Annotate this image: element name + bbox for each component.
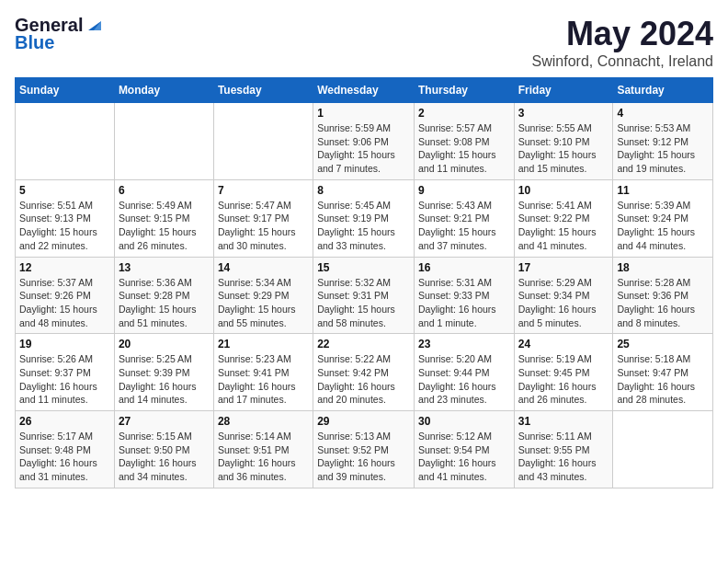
day-detail: Sunrise: 5:34 AM Sunset: 9:29 PM Dayligh… [218, 276, 309, 330]
calendar-cell: 11Sunrise: 5:39 AM Sunset: 9:24 PM Dayli… [613, 179, 713, 257]
calendar-cell: 2Sunrise: 5:57 AM Sunset: 9:08 PM Daylig… [414, 103, 514, 180]
day-number: 21 [218, 338, 309, 350]
calendar-cell: 9Sunrise: 5:43 AM Sunset: 9:21 PM Daylig… [414, 179, 514, 257]
calendar-cell [16, 103, 115, 180]
day-number: 23 [418, 338, 510, 350]
day-number: 7 [218, 184, 309, 197]
weekday-header-monday: Monday [114, 78, 213, 103]
calendar-cell: 16Sunrise: 5:31 AM Sunset: 9:33 PM Dayli… [414, 257, 514, 334]
day-detail: Sunrise: 5:17 AM Sunset: 9:48 PM Dayligh… [19, 430, 110, 484]
day-detail: Sunrise: 5:23 AM Sunset: 9:41 PM Dayligh… [218, 352, 309, 407]
day-detail: Sunrise: 5:59 AM Sunset: 9:06 PM Dayligh… [317, 121, 410, 176]
day-detail: Sunrise: 5:18 AM Sunset: 9:47 PM Dayligh… [617, 352, 709, 407]
calendar-cell: 10Sunrise: 5:41 AM Sunset: 9:22 PM Dayli… [514, 179, 613, 257]
day-number: 20 [119, 338, 210, 350]
calendar-cell: 18Sunrise: 5:28 AM Sunset: 9:36 PM Dayli… [613, 257, 713, 334]
calendar-cell: 21Sunrise: 5:23 AM Sunset: 9:41 PM Dayli… [213, 334, 313, 411]
day-number: 10 [518, 184, 609, 197]
day-number: 3 [518, 107, 609, 120]
day-number: 26 [19, 415, 110, 428]
weekday-header-sunday: Sunday [16, 78, 115, 103]
day-number: 5 [19, 184, 110, 197]
day-number: 8 [317, 184, 410, 197]
day-detail: Sunrise: 5:45 AM Sunset: 9:19 PM Dayligh… [317, 199, 410, 253]
day-detail: Sunrise: 5:25 AM Sunset: 9:39 PM Dayligh… [119, 352, 210, 407]
calendar-cell: 24Sunrise: 5:19 AM Sunset: 9:45 PM Dayli… [514, 334, 613, 411]
calendar-cell: 27Sunrise: 5:15 AM Sunset: 9:50 PM Dayli… [114, 411, 213, 488]
day-number: 28 [218, 415, 309, 428]
day-detail: Sunrise: 5:57 AM Sunset: 9:08 PM Dayligh… [418, 121, 510, 176]
weekday-header-friday: Friday [514, 78, 613, 103]
day-detail: Sunrise: 5:20 AM Sunset: 9:44 PM Dayligh… [418, 352, 510, 407]
calendar-cell: 4Sunrise: 5:53 AM Sunset: 9:12 PM Daylig… [613, 103, 713, 180]
day-detail: Sunrise: 5:41 AM Sunset: 9:22 PM Dayligh… [518, 199, 609, 253]
calendar-cell: 29Sunrise: 5:13 AM Sunset: 9:52 PM Dayli… [313, 411, 415, 488]
day-number: 24 [518, 338, 609, 350]
calendar-cell: 31Sunrise: 5:11 AM Sunset: 9:55 PM Dayli… [514, 411, 613, 488]
day-number: 27 [119, 415, 210, 428]
day-detail: Sunrise: 5:29 AM Sunset: 9:34 PM Dayligh… [518, 276, 609, 330]
page-header: General Blue May 2024 Swinford, Connacht… [15, 15, 713, 70]
calendar-cell: 6Sunrise: 5:49 AM Sunset: 9:15 PM Daylig… [114, 179, 213, 257]
calendar-cell: 1Sunrise: 5:59 AM Sunset: 9:06 PM Daylig… [313, 103, 415, 180]
weekday-header-wednesday: Wednesday [313, 78, 415, 103]
calendar-cell [114, 103, 213, 180]
calendar-cell: 12Sunrise: 5:37 AM Sunset: 9:26 PM Dayli… [16, 257, 115, 334]
calendar-cell: 8Sunrise: 5:45 AM Sunset: 9:19 PM Daylig… [313, 179, 415, 257]
calendar-cell: 30Sunrise: 5:12 AM Sunset: 9:54 PM Dayli… [414, 411, 514, 488]
day-detail: Sunrise: 5:12 AM Sunset: 9:54 PM Dayligh… [418, 430, 510, 484]
day-number: 6 [119, 184, 210, 197]
day-detail: Sunrise: 5:37 AM Sunset: 9:26 PM Dayligh… [19, 276, 110, 330]
logo: General Blue [15, 15, 101, 53]
logo-blue: Blue [15, 32, 54, 53]
weekday-header-tuesday: Tuesday [213, 78, 313, 103]
day-number: 29 [317, 415, 410, 428]
day-number: 11 [617, 184, 709, 197]
calendar-cell: 19Sunrise: 5:26 AM Sunset: 9:37 PM Dayli… [16, 334, 115, 411]
day-detail: Sunrise: 5:26 AM Sunset: 9:37 PM Dayligh… [19, 352, 110, 407]
calendar-cell: 22Sunrise: 5:22 AM Sunset: 9:42 PM Dayli… [313, 334, 415, 411]
day-detail: Sunrise: 5:36 AM Sunset: 9:28 PM Dayligh… [119, 276, 210, 330]
day-number: 1 [317, 107, 410, 120]
calendar-week-row: 1Sunrise: 5:59 AM Sunset: 9:06 PM Daylig… [16, 103, 713, 180]
day-detail: Sunrise: 5:15 AM Sunset: 9:50 PM Dayligh… [119, 430, 210, 484]
day-number: 31 [518, 415, 609, 428]
day-detail: Sunrise: 5:55 AM Sunset: 9:10 PM Dayligh… [518, 121, 609, 176]
month-title: May 2024 [532, 15, 713, 53]
day-detail: Sunrise: 5:13 AM Sunset: 9:52 PM Dayligh… [317, 430, 410, 484]
day-number: 9 [418, 184, 510, 197]
calendar-cell: 28Sunrise: 5:14 AM Sunset: 9:51 PM Dayli… [213, 411, 313, 488]
title-area: May 2024 Swinford, Connacht, Ireland [532, 15, 713, 70]
calendar-cell: 7Sunrise: 5:47 AM Sunset: 9:17 PM Daylig… [213, 179, 313, 257]
day-detail: Sunrise: 5:43 AM Sunset: 9:21 PM Dayligh… [418, 199, 510, 253]
calendar-week-row: 5Sunrise: 5:51 AM Sunset: 9:13 PM Daylig… [16, 179, 713, 257]
day-detail: Sunrise: 5:39 AM Sunset: 9:24 PM Dayligh… [617, 199, 709, 253]
calendar-cell: 14Sunrise: 5:34 AM Sunset: 9:29 PM Dayli… [213, 257, 313, 334]
calendar-cell: 15Sunrise: 5:32 AM Sunset: 9:31 PM Dayli… [313, 257, 415, 334]
day-detail: Sunrise: 5:19 AM Sunset: 9:45 PM Dayligh… [518, 352, 609, 407]
day-detail: Sunrise: 5:49 AM Sunset: 9:15 PM Dayligh… [119, 199, 210, 253]
day-number: 25 [617, 338, 709, 350]
day-number: 12 [19, 261, 110, 274]
calendar-week-row: 26Sunrise: 5:17 AM Sunset: 9:48 PM Dayli… [16, 411, 713, 488]
calendar-cell: 26Sunrise: 5:17 AM Sunset: 9:48 PM Dayli… [16, 411, 115, 488]
day-detail: Sunrise: 5:28 AM Sunset: 9:36 PM Dayligh… [617, 276, 709, 330]
calendar-cell: 5Sunrise: 5:51 AM Sunset: 9:13 PM Daylig… [16, 179, 115, 257]
day-detail: Sunrise: 5:11 AM Sunset: 9:55 PM Dayligh… [518, 430, 609, 484]
day-detail: Sunrise: 5:51 AM Sunset: 9:13 PM Dayligh… [19, 199, 110, 253]
day-number: 13 [119, 261, 210, 274]
day-detail: Sunrise: 5:14 AM Sunset: 9:51 PM Dayligh… [218, 430, 309, 484]
calendar-table: SundayMondayTuesdayWednesdayThursdayFrid… [15, 77, 713, 488]
location-title: Swinford, Connacht, Ireland [532, 53, 713, 70]
weekday-header-saturday: Saturday [613, 78, 713, 103]
day-number: 30 [418, 415, 510, 428]
calendar-cell: 17Sunrise: 5:29 AM Sunset: 9:34 PM Dayli… [514, 257, 613, 334]
calendar-cell: 23Sunrise: 5:20 AM Sunset: 9:44 PM Dayli… [414, 334, 514, 411]
calendar-week-row: 19Sunrise: 5:26 AM Sunset: 9:37 PM Dayli… [16, 334, 713, 411]
calendar-cell: 13Sunrise: 5:36 AM Sunset: 9:28 PM Dayli… [114, 257, 213, 334]
day-detail: Sunrise: 5:31 AM Sunset: 9:33 PM Dayligh… [418, 276, 510, 330]
day-number: 17 [518, 261, 609, 274]
day-number: 14 [218, 261, 309, 274]
calendar-cell: 3Sunrise: 5:55 AM Sunset: 9:10 PM Daylig… [514, 103, 613, 180]
day-detail: Sunrise: 5:53 AM Sunset: 9:12 PM Dayligh… [617, 121, 709, 176]
